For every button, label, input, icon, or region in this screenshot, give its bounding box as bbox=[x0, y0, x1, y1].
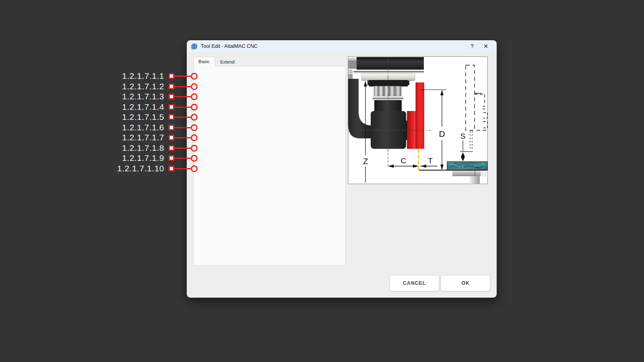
annotation-square-marker bbox=[169, 73, 174, 79]
dialog-titlebar[interactable]: Tool Edit - AitalMAC CNC ? ✕ bbox=[187, 40, 497, 52]
annotation-square-marker bbox=[169, 166, 174, 171]
dialog-title: Tool Edit - AitalMAC CNC bbox=[201, 43, 258, 49]
annotation-leader-line bbox=[174, 76, 191, 77]
blade-flange bbox=[407, 111, 416, 149]
annotation-leader-line bbox=[174, 96, 191, 97]
tool-edit-dialog: Tool Edit - AitalMAC CNC ? ✕ Basic Exten… bbox=[187, 40, 497, 298]
annotation-label: 1.2.1.7.1.1 bbox=[122, 71, 164, 81]
annotation-square-marker bbox=[169, 155, 174, 161]
annotation-row: 1.2.1.7.1.2 bbox=[56, 81, 198, 92]
cancel-button[interactable]: CANCEL bbox=[390, 275, 439, 291]
annotation-leader-line bbox=[174, 117, 191, 118]
annotation-row: 1.2.1.7.1.4 bbox=[56, 102, 198, 112]
annotation-leader-line bbox=[174, 168, 191, 169]
annotation-circle-marker bbox=[191, 114, 198, 121]
annotation-leader-line bbox=[174, 107, 191, 108]
annotation-row: 1.2.1.7.1.3 bbox=[56, 91, 198, 102]
annotation-circle-marker bbox=[191, 73, 198, 80]
annotation-label: 1.2.1.7.1.2 bbox=[122, 82, 164, 91]
tab-page-basic bbox=[193, 66, 346, 265]
dimension-label-c: C bbox=[400, 156, 406, 165]
annotation-circle-marker bbox=[191, 83, 198, 90]
annotation-label: 1.2.1.7.1.6 bbox=[122, 123, 164, 132]
annotation-circle-marker bbox=[191, 155, 198, 162]
annotation-label: 1.2.1.7.1.10 bbox=[117, 164, 164, 173]
annotation-circle-marker bbox=[191, 124, 198, 131]
annotation-circle-marker bbox=[191, 165, 198, 172]
annotation-circle-marker bbox=[191, 104, 198, 111]
tool-diagram-panel: Z C T D bbox=[348, 56, 488, 184]
tab-extend[interactable]: Extend bbox=[215, 58, 240, 66]
annotation-leader-line bbox=[174, 86, 191, 87]
annotation-square-marker bbox=[169, 94, 174, 99]
annotation-leader-line bbox=[174, 148, 191, 149]
annotation-row: 1.2.1.7.1.6 bbox=[56, 122, 198, 133]
annotation-row: 1.2.1.7.1.7 bbox=[56, 132, 198, 143]
help-button[interactable]: ? bbox=[465, 41, 479, 51]
annotation-square-marker bbox=[169, 145, 174, 151]
tab-strip: Basic Extend bbox=[193, 57, 240, 66]
close-button[interactable]: ✕ bbox=[479, 41, 493, 51]
annotation-row: 1.2.1.7.1.8 bbox=[56, 143, 198, 153]
dimension-label-z: Z bbox=[363, 157, 368, 166]
annotation-row: 1.2.1.7.1.9 bbox=[56, 153, 198, 163]
annotation-circle-marker bbox=[191, 134, 198, 141]
marble-slab bbox=[447, 162, 487, 170]
annotation-leader-line bbox=[174, 127, 191, 128]
dimension-label-t: T bbox=[428, 156, 433, 165]
annotation-square-marker bbox=[169, 135, 174, 140]
tab-basic[interactable]: Basic bbox=[193, 57, 215, 66]
annotation-row: 1.2.1.7.1.10 bbox=[56, 163, 198, 174]
dimension-label-d: D bbox=[439, 129, 445, 138]
annotation-label: 1.2.1.7.1.4 bbox=[122, 102, 164, 112]
annotation-square-marker bbox=[169, 125, 174, 130]
dimension-label-s: S bbox=[460, 132, 466, 140]
annotation-label: 1.2.1.7.1.3 bbox=[122, 92, 164, 101]
annotation-label: 1.2.1.7.1.9 bbox=[122, 153, 164, 163]
ok-button[interactable]: OK bbox=[441, 275, 490, 291]
annotation-row: 1.2.1.7.1.5 bbox=[56, 112, 198, 122]
annotation-leader-line bbox=[174, 137, 191, 138]
annotation-leader-line bbox=[174, 158, 191, 159]
annotation-label: 1.2.1.7.1.7 bbox=[122, 133, 164, 142]
tool-dimension-diagram: Z C T D bbox=[348, 56, 488, 184]
annotation-label: 1.2.1.7.1.8 bbox=[122, 143, 164, 153]
annotation-row: 1.2.1.7.1.1 bbox=[56, 71, 198, 81]
annotation-square-marker bbox=[169, 114, 174, 120]
annotation-square-marker bbox=[169, 104, 174, 110]
globe-app-icon bbox=[191, 43, 198, 50]
annotation-circle-marker bbox=[191, 145, 198, 152]
blade bbox=[416, 82, 424, 149]
annotation-label: 1.2.1.7.1.5 bbox=[122, 112, 164, 122]
annotation-circle-marker bbox=[191, 93, 198, 100]
annotation-square-marker bbox=[169, 84, 174, 89]
